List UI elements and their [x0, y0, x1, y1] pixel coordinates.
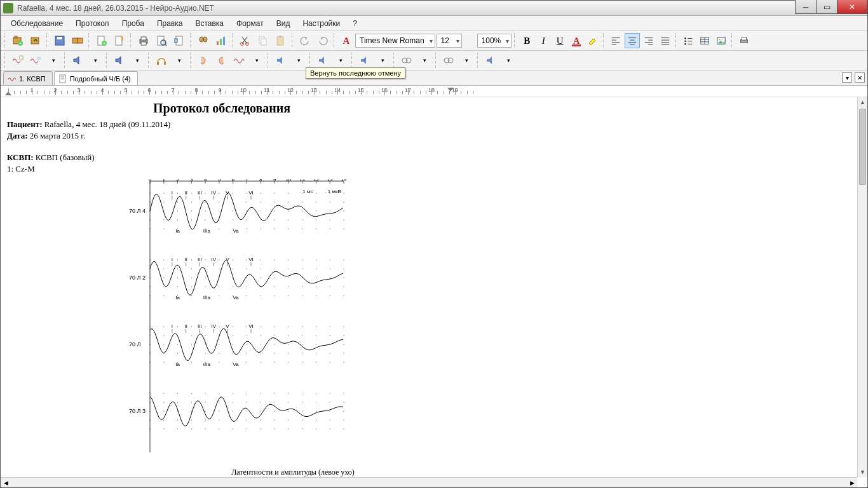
ear-l-button[interactable] [195, 52, 212, 69]
page-setup-button[interactable] [171, 32, 187, 49]
speaker-drop-1[interactable]: ▾ [87, 52, 104, 69]
svg-point-161 [261, 220, 261, 220]
headphone-button[interactable] [153, 52, 170, 69]
highlight-button[interactable] [585, 33, 600, 48]
svg-point-345 [288, 353, 288, 354]
close-button[interactable]: ✕ [837, 0, 867, 14]
svg-point-176 [261, 229, 261, 229]
underline-button[interactable]: U [552, 33, 567, 48]
copy-button[interactable] [255, 32, 271, 49]
scrollbar-thumb[interactable] [859, 109, 866, 185]
filter-a-button[interactable] [398, 52, 415, 69]
menu-sample[interactable]: Проба [116, 17, 151, 30]
font-style-button[interactable]: A [339, 33, 354, 48]
svg-point-406 [288, 402, 288, 403]
speaker-left-button[interactable] [69, 52, 86, 69]
filter-a-drop[interactable]: ▾ [416, 52, 433, 69]
wave-marker-b-button[interactable] [27, 52, 44, 69]
spk5-button[interactable] [356, 52, 373, 69]
font-size-combo[interactable]: 12 [437, 34, 462, 48]
filter-b-button[interactable] [440, 52, 457, 69]
insert-image-button[interactable] [714, 33, 729, 48]
svg-point-180 [316, 229, 316, 229]
print-button[interactable] [135, 32, 152, 49]
menu-settings[interactable]: Настройки [296, 17, 346, 30]
svg-point-137 [344, 202, 344, 203]
spk6-button[interactable] [482, 52, 499, 69]
tab-close-button[interactable]: ✕ [855, 72, 865, 83]
template-button[interactable] [111, 32, 128, 49]
font-name-combo[interactable]: Times New Roman [355, 34, 435, 48]
tab-menu-button[interactable]: ▾ [842, 72, 852, 83]
print2-button[interactable] [736, 33, 752, 48]
svg-point-444 [191, 429, 192, 430]
menu-insert[interactable]: Вставка [189, 17, 230, 30]
svg-point-384 [191, 393, 192, 394]
menu-edit[interactable]: Правка [151, 17, 189, 30]
menu-protocol[interactable]: Протокол [69, 17, 116, 30]
archive-button[interactable] [69, 32, 86, 49]
svg-point-270 [302, 295, 302, 296]
maximize-button[interactable]: ▭ [816, 0, 837, 14]
spk3-button[interactable] [273, 52, 289, 69]
menu-format[interactable]: Формат [230, 17, 270, 30]
align-center-button[interactable] [625, 33, 640, 48]
align-left-button[interactable] [608, 33, 623, 48]
channel-line: 1: Cz-M [7, 164, 458, 174]
svg-point-399 [191, 402, 192, 403]
spk4-button[interactable] [315, 52, 331, 69]
window-title: Rafaella, 4 мес. 18 дней, 26.03.2015 - Н… [17, 4, 865, 13]
cut-button[interactable] [237, 32, 254, 49]
new-doc-button[interactable]: + [93, 32, 110, 49]
redo-button[interactable] [315, 32, 331, 49]
wave-set-button[interactable] [231, 52, 247, 69]
menu-view[interactable]: Вид [270, 17, 297, 30]
svg-point-294 [205, 327, 206, 327]
bullets-button[interactable] [681, 33, 696, 48]
svg-point-268 [275, 295, 275, 296]
chart-button[interactable] [213, 32, 229, 49]
tab-detailed-bw[interactable]: Подробный Ч/Б (4) [54, 71, 138, 85]
menu-exam[interactable]: Обследование [4, 17, 69, 30]
wave-set-drop[interactable]: ▾ [248, 52, 265, 69]
save-button[interactable] [51, 32, 68, 49]
filter-b-drop[interactable]: ▾ [458, 52, 475, 69]
vertical-scrollbar[interactable]: ▲ ▼ [857, 97, 867, 477]
wave-marker-a-button[interactable] [10, 52, 26, 69]
svg-point-382 [163, 393, 164, 394]
ruler[interactable]: 12345678910111213141516171819 [1, 86, 867, 97]
svg-point-334 [344, 344, 344, 345]
headphone-drop[interactable]: ▾ [171, 52, 187, 69]
svg-point-264 [219, 295, 219, 296]
horizontal-scrollbar[interactable]: ◀ ▶ [1, 477, 857, 487]
svg-point-121 [330, 193, 330, 194]
insert-table-button[interactable] [697, 33, 712, 48]
bold-button[interactable]: B [519, 33, 534, 48]
find-button[interactable] [195, 32, 212, 49]
menu-help[interactable]: ? [346, 17, 363, 30]
wave-dropdown-1[interactable]: ▾ [45, 52, 62, 69]
spk5-drop[interactable]: ▾ [374, 52, 391, 69]
minimize-button[interactable]: ─ [795, 0, 817, 14]
svg-point-150 [316, 211, 316, 212]
speaker-right-button[interactable] [111, 52, 128, 69]
speaker-drop-2[interactable]: ▾ [129, 52, 146, 69]
svg-text:6: 6 [231, 179, 234, 182]
tab-ksvp[interactable]: 1. КСВП [3, 71, 53, 85]
paste-button[interactable] [273, 32, 289, 49]
svg-text:I: I [172, 257, 173, 262]
spk4-drop[interactable]: ▾ [332, 52, 349, 69]
spk6-drop[interactable]: ▾ [500, 52, 517, 69]
ear-r-button[interactable] [213, 52, 229, 69]
new-exam-button[interactable]: + [10, 32, 26, 49]
print-preview-button[interactable] [153, 32, 170, 49]
font-color-button[interactable]: A [569, 33, 584, 48]
svg-point-302 [316, 327, 316, 327]
spk3-drop[interactable]: ▾ [290, 52, 307, 69]
undo-button[interactable] [297, 32, 313, 49]
align-right-button[interactable] [641, 33, 656, 48]
italic-button[interactable]: I [536, 33, 551, 48]
align-justify-button[interactable] [658, 33, 673, 48]
zoom-combo[interactable]: 100% [477, 34, 512, 48]
open-exam-button[interactable] [27, 32, 44, 49]
